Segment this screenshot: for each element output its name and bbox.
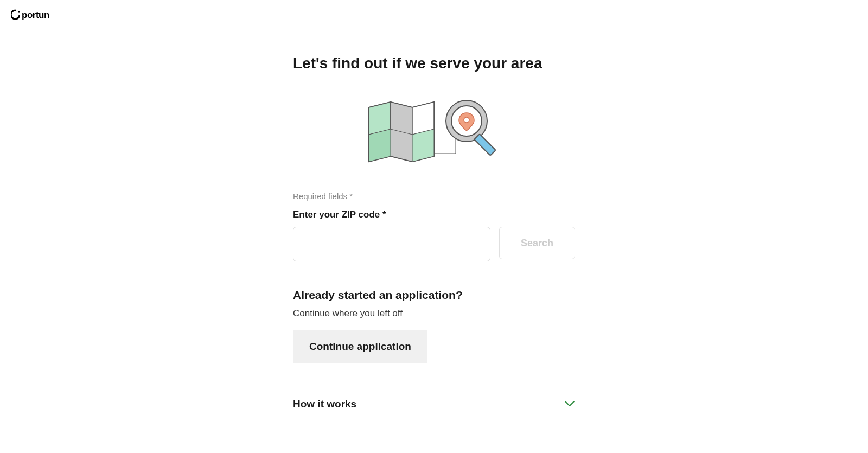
zip-code-label: Enter your ZIP code * [293, 209, 575, 220]
svg-point-16 [464, 117, 469, 123]
map-magnifier-icon [363, 94, 505, 170]
svg-marker-9 [369, 129, 391, 162]
how-it-works-title: How it works [293, 398, 356, 410]
chevron-down-icon [564, 399, 575, 409]
zip-code-input[interactable] [293, 227, 490, 261]
svg-point-0 [18, 11, 20, 12]
svg-text:portun: portun [22, 10, 49, 20]
already-started-subtitle: Continue where you left off [293, 308, 575, 319]
zip-input-row: Search [293, 227, 575, 261]
how-it-works-accordion[interactable]: How it works [293, 396, 575, 412]
illustration-container [293, 94, 575, 170]
logo[interactable]: portun [11, 9, 857, 24]
page-title: Let's find out if we serve your area [293, 55, 575, 72]
already-started-title: Already started an application? [293, 289, 575, 302]
oportun-logo-icon: portun [11, 9, 60, 21]
search-button[interactable]: Search [499, 227, 575, 259]
continue-application-button[interactable]: Continue application [293, 330, 427, 363]
header: portun [0, 0, 868, 33]
main-content: Let's find out if we serve your area [282, 33, 586, 423]
svg-marker-10 [412, 129, 434, 162]
svg-rect-15 [474, 134, 496, 156]
required-fields-note: Required fields * [293, 192, 575, 201]
